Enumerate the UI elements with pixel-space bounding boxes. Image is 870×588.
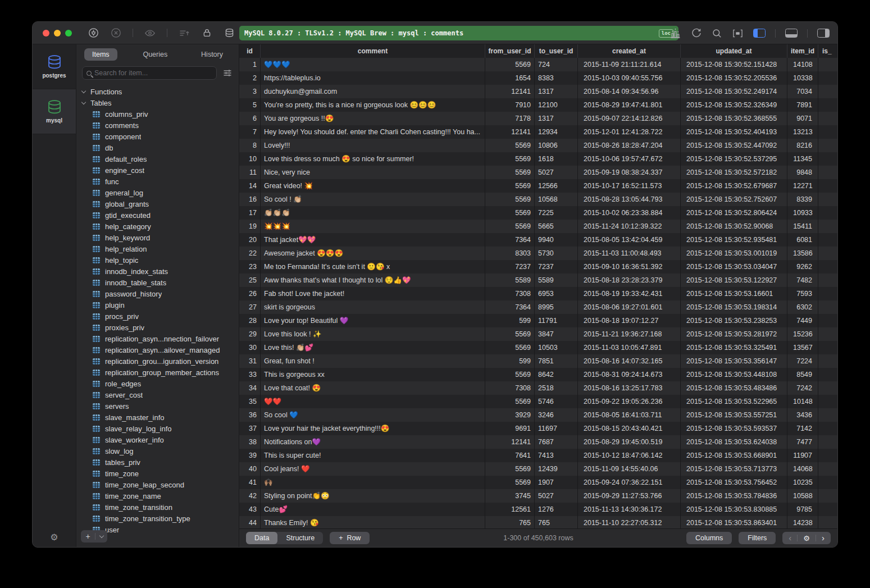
cell-from-user-id[interactable]: 8303 — [485, 247, 535, 260]
cell-to-user-id[interactable]: 10503 — [535, 341, 578, 354]
cell-from-user-id[interactable]: 599 — [485, 314, 535, 327]
sidebar-item-table[interactable]: columns_priv — [76, 108, 239, 120]
cell-item-id[interactable]: 13213 — [787, 125, 818, 139]
cell-comment[interactable]: This is super cute! — [261, 449, 485, 462]
cell-from-user-id[interactable]: 7364 — [485, 300, 535, 314]
cell-updated-at[interactable]: 2015-12-08 15:30:52.90068 — [681, 220, 787, 233]
tree-group-tables[interactable]: Tables — [76, 97, 239, 108]
cell-item-id[interactable]: 3436 — [787, 408, 818, 422]
minimize-window-button[interactable] — [54, 30, 61, 37]
cell-id[interactable]: 27 — [239, 300, 261, 314]
cell-created-at[interactable]: 2015-11-09 21:11:21.614 — [578, 58, 681, 71]
cell-to-user-id[interactable]: 8383 — [535, 71, 578, 85]
cell-created-at[interactable]: 2015-08-16 13:25:17.783 — [578, 381, 681, 395]
cell-comment[interactable]: 🙌🏽 — [261, 476, 485, 489]
cell-is[interactable] — [818, 422, 837, 435]
cell-item-id[interactable]: 12271 — [787, 179, 818, 193]
sidebar-item-table[interactable]: default_roles — [76, 153, 239, 165]
cell-comment[interactable]: Love your hair the jacket everything!!!😍 — [261, 422, 485, 435]
disconnect-icon[interactable] — [110, 28, 121, 39]
cell-to-user-id[interactable]: 7851 — [535, 354, 578, 368]
cell-updated-at[interactable]: 2015-12-08 15:30:53.356147 — [681, 354, 787, 368]
sidebar-item-table[interactable]: procs_priv — [76, 311, 239, 322]
sidebar-item-table[interactable]: slave_worker_info — [76, 434, 239, 445]
cell-updated-at[interactable]: 2015-12-08 15:30:53.122927 — [681, 274, 787, 287]
cell-comment[interactable]: Awesome jacket 😍😍😍 — [261, 247, 485, 260]
cell-id[interactable]: 44 — [239, 516, 261, 528]
cell-item-id[interactable]: 6302 — [787, 300, 818, 314]
connection-mysql[interactable]: mysql — [33, 89, 76, 134]
cell-comment[interactable]: Cute💕 — [261, 503, 485, 516]
cell-from-user-id[interactable]: 5569 — [485, 476, 535, 489]
cell-created-at[interactable]: 2015-11-13 14:30:36.172 — [578, 503, 681, 516]
cell-item-id[interactable]: 8339 — [787, 193, 818, 206]
cell-item-id[interactable]: 7224 — [787, 354, 818, 368]
cell-from-user-id[interactable]: 7641 — [485, 449, 535, 462]
cell-created-at[interactable]: 2015-11-03 11:00:48.493 — [578, 247, 681, 260]
cell-item-id[interactable]: 11907 — [787, 449, 818, 462]
table-row[interactable]: 11Nice, very nice556950272015-09-19 08:3… — [239, 166, 837, 179]
cell-item-id[interactable]: 9848 — [787, 166, 818, 179]
cell-is[interactable] — [818, 516, 837, 528]
sidebar-item-table[interactable]: general_log — [76, 187, 239, 198]
cell-to-user-id[interactable]: 1907 — [535, 476, 578, 489]
sidebar-item-table[interactable]: servers — [76, 400, 239, 412]
sidebar-item-table[interactable]: replication_asyn...nnection_failover — [76, 333, 239, 344]
cell-updated-at[interactable]: 2015-12-08 15:30:53.756452 — [681, 476, 787, 489]
cell-to-user-id[interactable]: 8642 — [535, 368, 578, 381]
cell-id[interactable]: 29 — [239, 327, 261, 341]
cell-from-user-id[interactable]: 5569 — [485, 179, 535, 193]
cell-comment[interactable]: https://tableplus.io — [261, 71, 485, 85]
cell-to-user-id[interactable]: 5027 — [535, 166, 578, 179]
toggle-right-panel-icon[interactable] — [817, 29, 830, 38]
add-item-button[interactable]: + — [81, 530, 107, 543]
cell-item-id[interactable]: 14238 — [787, 516, 818, 528]
cell-is[interactable] — [818, 462, 837, 476]
cell-item-id[interactable]: 6081 — [787, 233, 818, 247]
cell-created-at[interactable]: 2015-09-07 22:14:12.826 — [578, 112, 681, 125]
cell-to-user-id[interactable]: 10806 — [535, 139, 578, 152]
cell-comment[interactable]: ❤️❤️ — [261, 395, 485, 408]
column-header-id[interactable]: id — [239, 44, 261, 58]
table-row[interactable]: 5You're so pretty, this is a nice ni gor… — [239, 98, 837, 112]
cell-to-user-id[interactable]: 5589 — [535, 274, 578, 287]
cell-id[interactable]: 19 — [239, 220, 261, 233]
column-header-comment[interactable]: comment — [261, 44, 485, 58]
cell-created-at[interactable]: 2015-08-18 23:28:23.379 — [578, 274, 681, 287]
sidebar-item-table[interactable]: func — [76, 176, 239, 187]
cell-id[interactable]: 42 — [239, 489, 261, 503]
cell-updated-at[interactable]: 2015-12-08 15:30:53.034047 — [681, 260, 787, 274]
cell-id[interactable]: 6 — [239, 112, 261, 125]
cell-comment[interactable]: Love this look ! ✨ — [261, 327, 485, 341]
cell-id[interactable]: 8 — [239, 139, 261, 152]
cell-is[interactable] — [818, 395, 837, 408]
cell-id[interactable]: 34 — [239, 381, 261, 395]
cell-created-at[interactable]: 2015-09-10 16:36:51.392 — [578, 260, 681, 274]
table-row[interactable]: 38Notifications on💜1214176872015-08-29 1… — [239, 435, 837, 449]
cell-created-at[interactable]: 2015-09-19 08:38:24.337 — [578, 166, 681, 179]
cell-updated-at[interactable]: 2015-12-08 15:30:53.325491 — [681, 341, 787, 354]
cell-comment[interactable]: You are gorgeous !!😍 — [261, 112, 485, 125]
column-header-updated-at[interactable]: updated_at — [681, 44, 787, 58]
column-header-from-user-id[interactable]: from_user_id — [485, 44, 535, 58]
cell-from-user-id[interactable]: 12141 — [485, 125, 535, 139]
cell-from-user-id[interactable]: 5569 — [485, 166, 535, 179]
cell-id[interactable]: 38 — [239, 435, 261, 449]
cell-updated-at[interactable]: 2015-12-08 15:30:52.249174 — [681, 85, 787, 98]
cell-is[interactable] — [818, 314, 837, 327]
tab-history[interactable]: History — [193, 48, 231, 61]
cell-updated-at[interactable]: 2015-12-08 15:30:53.522965 — [681, 395, 787, 408]
cell-updated-at[interactable]: 2015-12-08 15:30:53.593537 — [681, 422, 787, 435]
sidebar-item-table[interactable]: global_grants — [76, 198, 239, 209]
cell-from-user-id[interactable]: 7308 — [485, 381, 535, 395]
cell-created-at[interactable]: 2015-10-03 09:40:55.756 — [578, 71, 681, 85]
table-row[interactable]: 37Love your hair the jacket everything!!… — [239, 422, 837, 435]
cell-from-user-id[interactable]: 5569 — [485, 152, 535, 166]
cell-item-id[interactable]: 7142 — [787, 422, 818, 435]
cell-to-user-id[interactable]: 9940 — [535, 233, 578, 247]
toggle-bottom-panel-icon[interactable] — [785, 29, 798, 38]
cell-comment[interactable]: 💥💥💥 — [261, 220, 485, 233]
cell-item-id[interactable]: 7449 — [787, 314, 818, 327]
cell-created-at[interactable]: 2015-08-14 09:34:56.96 — [578, 85, 681, 98]
cell-from-user-id[interactable]: 12561 — [485, 503, 535, 516]
